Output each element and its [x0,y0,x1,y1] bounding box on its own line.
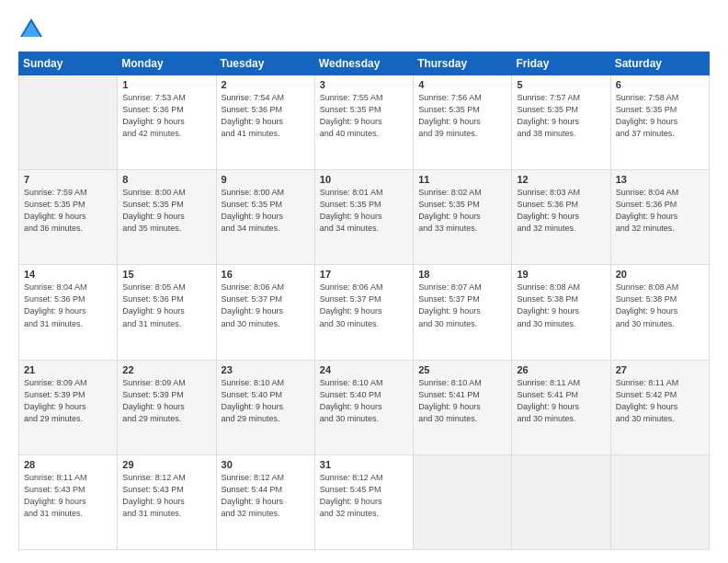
day-number: 19 [517,269,605,280]
day-info: Sunrise: 8:10 AM Sunset: 5:41 PM Dayligh… [418,377,506,425]
calendar-cell-w4-d3: 31Sunrise: 8:12 AM Sunset: 5:45 PM Dayli… [314,454,413,549]
calendar-cell-w0-d5: 5Sunrise: 7:57 AM Sunset: 5:35 PM Daylig… [512,75,610,170]
day-info: Sunrise: 8:12 AM Sunset: 5:43 PM Dayligh… [122,472,210,520]
calendar-table: SundayMondayTuesdayWednesdayThursdayFrid… [18,52,710,550]
calendar-cell-w0-d4: 4Sunrise: 7:56 AM Sunset: 5:35 PM Daylig… [414,75,512,170]
day-info: Sunrise: 7:54 AM Sunset: 5:36 PM Dayligh… [222,92,310,140]
calendar-cell-w4-d6 [610,454,709,549]
calendar-cell-w1-d4: 11Sunrise: 8:02 AM Sunset: 5:35 PM Dayli… [414,170,512,265]
day-number: 5 [517,79,605,90]
day-number: 24 [320,364,408,375]
day-info: Sunrise: 7:55 AM Sunset: 5:35 PM Dayligh… [320,92,408,140]
day-info: Sunrise: 7:58 AM Sunset: 5:35 PM Dayligh… [616,92,704,140]
col-header-tuesday: Tuesday [216,52,314,75]
day-number: 18 [418,269,506,280]
day-info: Sunrise: 8:11 AM Sunset: 5:41 PM Dayligh… [517,377,605,425]
day-info: Sunrise: 7:59 AM Sunset: 5:35 PM Dayligh… [24,187,112,235]
day-number: 14 [24,269,112,280]
day-info: Sunrise: 7:56 AM Sunset: 5:35 PM Dayligh… [418,92,506,140]
calendar-cell-w3-d5: 26Sunrise: 8:11 AM Sunset: 5:41 PM Dayli… [512,360,610,454]
calendar-cell-w3-d2: 23Sunrise: 8:10 AM Sunset: 5:40 PM Dayli… [216,360,314,454]
calendar-week-2: 14Sunrise: 8:04 AM Sunset: 5:36 PM Dayli… [19,265,710,360]
day-info: Sunrise: 8:00 AM Sunset: 5:35 PM Dayligh… [222,187,310,235]
calendar-cell-w2-d2: 16Sunrise: 8:06 AM Sunset: 5:37 PM Dayli… [216,265,314,360]
day-number: 23 [222,364,310,375]
day-info: Sunrise: 8:04 AM Sunset: 5:36 PM Dayligh… [616,187,704,235]
page: SundayMondayTuesdayWednesdayThursdayFrid… [0,0,728,563]
day-info: Sunrise: 8:10 AM Sunset: 5:40 PM Dayligh… [222,377,310,425]
day-info: Sunrise: 8:12 AM Sunset: 5:44 PM Dayligh… [222,472,310,520]
logo-icon [18,17,44,42]
day-number: 15 [122,269,210,280]
day-number: 8 [122,174,210,185]
col-header-thursday: Thursday [414,52,512,75]
calendar-cell-w0-d0 [19,75,118,170]
day-info: Sunrise: 7:57 AM Sunset: 5:35 PM Dayligh… [517,92,605,140]
day-number: 9 [222,174,310,185]
header [18,17,710,42]
day-number: 2 [222,79,310,90]
day-info: Sunrise: 8:00 AM Sunset: 5:35 PM Dayligh… [122,187,210,235]
day-info: Sunrise: 8:09 AM Sunset: 5:39 PM Dayligh… [122,377,210,425]
day-info: Sunrise: 8:02 AM Sunset: 5:35 PM Dayligh… [418,187,506,235]
day-info: Sunrise: 8:04 AM Sunset: 5:36 PM Dayligh… [24,282,112,329]
day-number: 10 [320,174,408,185]
calendar-cell-w4-d2: 30Sunrise: 8:12 AM Sunset: 5:44 PM Dayli… [216,454,314,549]
day-number: 31 [320,459,408,470]
day-number: 12 [517,174,605,185]
day-info: Sunrise: 8:01 AM Sunset: 5:35 PM Dayligh… [320,187,408,235]
calendar-week-0: 1Sunrise: 7:53 AM Sunset: 5:36 PM Daylig… [19,75,710,170]
day-info: Sunrise: 8:05 AM Sunset: 5:36 PM Dayligh… [122,282,210,329]
day-number: 26 [517,364,605,375]
calendar-cell-w2-d5: 19Sunrise: 8:08 AM Sunset: 5:38 PM Dayli… [512,265,610,360]
calendar-week-3: 21Sunrise: 8:09 AM Sunset: 5:39 PM Dayli… [19,360,710,454]
calendar-cell-w2-d6: 20Sunrise: 8:08 AM Sunset: 5:38 PM Dayli… [610,265,709,360]
calendar-cell-w1-d5: 12Sunrise: 8:03 AM Sunset: 5:36 PM Dayli… [512,170,610,265]
col-header-saturday: Saturday [610,52,709,75]
calendar-week-1: 7Sunrise: 7:59 AM Sunset: 5:35 PM Daylig… [19,170,710,265]
col-header-monday: Monday [118,52,216,75]
calendar-cell-w2-d3: 17Sunrise: 8:06 AM Sunset: 5:37 PM Dayli… [314,265,413,360]
day-number: 4 [418,79,506,90]
day-info: Sunrise: 8:09 AM Sunset: 5:39 PM Dayligh… [24,377,112,425]
day-number: 27 [616,364,704,375]
col-header-sunday: Sunday [19,52,118,75]
calendar-cell-w3-d4: 25Sunrise: 8:10 AM Sunset: 5:41 PM Dayli… [414,360,512,454]
calendar-cell-w2-d0: 14Sunrise: 8:04 AM Sunset: 5:36 PM Dayli… [19,265,118,360]
calendar-cell-w3-d1: 22Sunrise: 8:09 AM Sunset: 5:39 PM Dayli… [118,360,216,454]
day-info: Sunrise: 8:06 AM Sunset: 5:37 PM Dayligh… [320,282,408,329]
day-info: Sunrise: 8:10 AM Sunset: 5:40 PM Dayligh… [320,377,408,425]
day-number: 20 [616,269,704,280]
day-number: 1 [122,79,210,90]
calendar-cell-w2-d1: 15Sunrise: 8:05 AM Sunset: 5:36 PM Dayli… [118,265,216,360]
calendar-cell-w4-d0: 28Sunrise: 8:11 AM Sunset: 5:43 PM Dayli… [19,454,118,549]
day-number: 17 [320,269,408,280]
calendar-cell-w3-d0: 21Sunrise: 8:09 AM Sunset: 5:39 PM Dayli… [19,360,118,454]
day-info: Sunrise: 8:08 AM Sunset: 5:38 PM Dayligh… [517,282,605,329]
day-info: Sunrise: 8:03 AM Sunset: 5:36 PM Dayligh… [517,187,605,235]
day-number: 21 [24,364,112,375]
day-number: 3 [320,79,408,90]
day-number: 13 [616,174,704,185]
calendar-cell-w1-d0: 7Sunrise: 7:59 AM Sunset: 5:35 PM Daylig… [19,170,118,265]
day-info: Sunrise: 8:07 AM Sunset: 5:37 PM Dayligh… [418,282,506,329]
calendar-cell-w2-d4: 18Sunrise: 8:07 AM Sunset: 5:37 PM Dayli… [414,265,512,360]
calendar-cell-w0-d1: 1Sunrise: 7:53 AM Sunset: 5:36 PM Daylig… [118,75,216,170]
day-info: Sunrise: 8:11 AM Sunset: 5:43 PM Dayligh… [24,472,112,520]
calendar-cell-w3-d6: 27Sunrise: 8:11 AM Sunset: 5:42 PM Dayli… [610,360,709,454]
day-number: 28 [24,459,112,470]
calendar-cell-w1-d6: 13Sunrise: 8:04 AM Sunset: 5:36 PM Dayli… [610,170,709,265]
day-number: 7 [24,174,112,185]
day-number: 30 [222,459,310,470]
day-number: 22 [122,364,210,375]
day-number: 6 [616,79,704,90]
day-number: 29 [122,459,210,470]
calendar-cell-w1-d1: 8Sunrise: 8:00 AM Sunset: 5:35 PM Daylig… [118,170,216,265]
day-info: Sunrise: 7:53 AM Sunset: 5:36 PM Dayligh… [122,92,210,140]
calendar-cell-w4-d4 [414,454,512,549]
calendar-cell-w0-d3: 3Sunrise: 7:55 AM Sunset: 5:35 PM Daylig… [314,75,413,170]
col-header-friday: Friday [512,52,610,75]
logo [18,17,48,42]
day-info: Sunrise: 8:11 AM Sunset: 5:42 PM Dayligh… [616,377,704,425]
calendar-cell-w0-d2: 2Sunrise: 7:54 AM Sunset: 5:36 PM Daylig… [216,75,314,170]
